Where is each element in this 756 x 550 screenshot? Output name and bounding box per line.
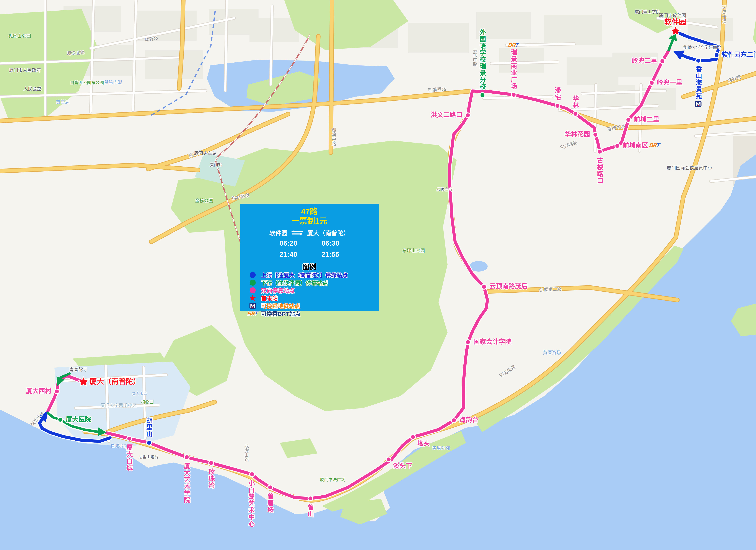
map-label: 厦门大学思明校区 — [101, 402, 137, 408]
station-name: 前埔二里 — [634, 116, 659, 123]
station-label[interactable]: 软件园东二门 — [722, 51, 756, 58]
legend-row-both: 双向停靠站点 — [240, 286, 379, 294]
station-dot-both[interactable] — [411, 434, 415, 439]
legend-label: 可换乘地铁站点 — [261, 302, 300, 310]
station-name: 软件园东二门 — [722, 51, 756, 58]
station-dot-both[interactable] — [386, 457, 391, 462]
station-label[interactable]: BRT瑞景商业广场 — [508, 42, 518, 90]
station-label[interactable]: 海韵台 — [459, 416, 478, 423]
station-label[interactable]: 云顶南路茂后 — [489, 283, 528, 289]
station-dot-both[interactable] — [593, 132, 598, 137]
legend-label: 首末站 — [261, 294, 278, 302]
station-label[interactable]: 潘宅 — [554, 87, 560, 101]
station-label[interactable]: 岭兜二里 — [632, 57, 657, 64]
route-number: 47路 — [240, 207, 379, 216]
station-label[interactable]: 厦大（南普陀） — [90, 377, 140, 385]
station-dot-both[interactable] — [268, 485, 273, 490]
legend-label: 双向停靠站点 — [261, 286, 295, 294]
map-label: 云顶中路 — [471, 48, 478, 67]
station-label[interactable]: 小白鹭艺术中心 — [248, 480, 254, 527]
brt-icon: BRT — [508, 42, 519, 48]
station-dot-both[interactable] — [573, 111, 578, 116]
station-label[interactable]: 珍珠湾 — [207, 468, 214, 489]
station-dot-both[interactable] — [482, 284, 486, 289]
station-name: 曾厝垵 — [266, 493, 273, 513]
station-dot-both[interactable] — [308, 496, 313, 501]
metro-icon — [695, 101, 702, 107]
station-dot-both[interactable] — [615, 144, 620, 148]
station-dot-up[interactable] — [696, 58, 701, 63]
brt-icon: BRT — [247, 310, 258, 316]
station-label[interactable]: 前埔二里 — [634, 116, 659, 123]
station-dot-both[interactable] — [209, 460, 214, 465]
station-label[interactable]: 塔头 — [417, 440, 430, 447]
station-name: 古楼路口 — [596, 157, 603, 184]
station-dot-both[interactable] — [555, 103, 560, 108]
map-label: 厦门火车站 — [194, 150, 217, 156]
station-label[interactable]: 国家会计学院 — [473, 338, 512, 345]
station-dot-both[interactable] — [451, 418, 456, 423]
station-dot-both[interactable] — [649, 80, 654, 85]
legend-label: 可换乘BRT站点 — [261, 309, 300, 317]
legend-label: 上行【往厦大（南普陀）】停靠站点 — [261, 271, 348, 279]
station-label[interactable]: 前埔南区BRT — [623, 142, 660, 149]
station-dot-both[interactable] — [626, 118, 631, 122]
map-label: 筼筜内湖 — [104, 79, 122, 85]
station-label[interactable]: 曾山 — [307, 504, 313, 517]
metro-icon — [249, 302, 256, 309]
station-label[interactable]: 软件园 — [664, 18, 686, 26]
station-dot-both[interactable] — [511, 92, 516, 97]
station-label[interactable]: 厦大医院 — [66, 416, 91, 423]
station-dot-down[interactable] — [480, 93, 485, 98]
right-first-bus: 06:30 — [321, 239, 339, 247]
legend-row-terminal: 首末站 — [240, 294, 379, 302]
station-dot-down[interactable] — [58, 417, 63, 422]
station-name: 洪文二路口 — [431, 111, 462, 118]
station-name: 潘宅 — [554, 87, 560, 101]
station-name: 海韵台 — [459, 416, 478, 423]
brt-icon: BRT — [649, 143, 660, 149]
station-name: 曾山 — [307, 504, 313, 517]
station-label[interactable]: 古楼路口 — [596, 157, 603, 184]
station-label[interactable]: 华林 — [572, 95, 578, 109]
station-name: 塔头 — [417, 440, 430, 447]
map-label: 东坪山公园 — [402, 247, 425, 254]
station-dot-both[interactable] — [127, 436, 132, 441]
station-label[interactable]: 外国语学校瑞景分校 — [479, 29, 486, 90]
terminal-star-icon — [248, 294, 257, 301]
station-label[interactable]: 华林花园 — [565, 131, 590, 138]
station-dot-up[interactable] — [147, 440, 152, 445]
station-label[interactable]: 岭兜一里 — [657, 79, 682, 86]
map-label: 华侨大学产学研基地 — [683, 44, 721, 50]
route-terminals: 软件园 厦大（南普陀） — [240, 228, 379, 237]
station-label[interactable]: 溪头下 — [393, 462, 412, 469]
station-label[interactable]: 洪文二路口 — [431, 111, 462, 118]
map-label: 厦门市软件园 — [659, 12, 686, 18]
station-dot-both[interactable] — [465, 113, 470, 118]
schedule: 06:20 21:40 06:30 21:55 — [240, 239, 379, 259]
legend: 上行【往厦大（南普陀）】停靠站点 下行（往软件园）停靠站点 双向停靠站点 首末站… — [240, 271, 379, 317]
station-dot-both[interactable] — [660, 59, 665, 64]
station-label[interactable]: 曾厝垵 — [266, 493, 273, 513]
station-label[interactable]: 胡里山 — [145, 417, 152, 437]
station-dot-up[interactable] — [714, 53, 719, 57]
upbound-stop-icon — [248, 272, 257, 278]
station-label[interactable]: 厦大白城 — [125, 444, 132, 471]
station-label[interactable]: 香山海景苑 — [695, 66, 702, 107]
station-dot-both[interactable] — [250, 472, 254, 477]
station-dot-both[interactable] — [597, 149, 602, 154]
station-dot-both[interactable] — [54, 389, 59, 394]
station-dot-both[interactable] — [184, 455, 189, 460]
metro-icon — [248, 302, 257, 309]
map-label: 胡里山炮台 — [139, 454, 158, 459]
map-stage[interactable]: 湖滨北路湖滨中路体育路厦禾路梧村隧道莲前西路莲前东路云顶中路环岛干道环岛东路吕岭… — [0, 0, 756, 550]
station-dot-both[interactable] — [466, 340, 470, 344]
map-label: 狐尾山公园 — [8, 32, 31, 39]
map-label: 黄厝沙滩 — [432, 444, 450, 451]
map-label: 白鹭洲公园东公园 — [70, 79, 104, 85]
station-name: 厦大（南普陀） — [90, 377, 140, 385]
station-label[interactable]: 厦大西村 — [26, 387, 51, 394]
map-label: 厦门国际会议展览中心 — [667, 164, 712, 171]
map-label: 厦门站 — [210, 162, 222, 168]
station-label[interactable]: 厦大艺术学院 — [183, 463, 190, 503]
